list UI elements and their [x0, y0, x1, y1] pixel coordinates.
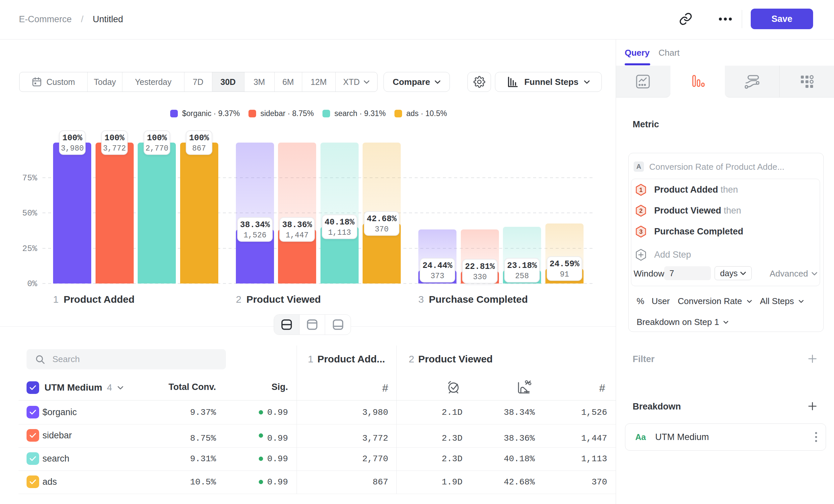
svg-text:3: 3	[639, 228, 642, 235]
svg-text:1: 1	[639, 187, 642, 193]
svg-text:2: 2	[639, 208, 642, 214]
